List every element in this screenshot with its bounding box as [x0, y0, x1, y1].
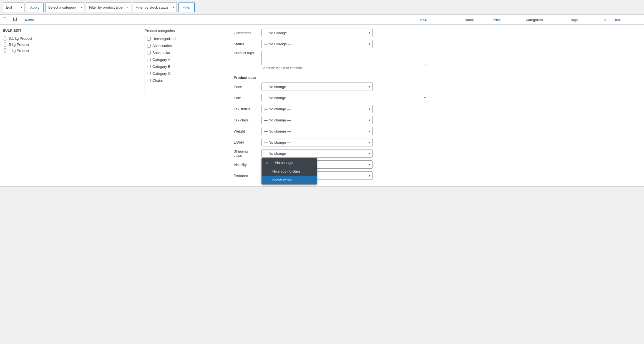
price-header-label[interactable]: Price: [492, 18, 500, 22]
categories-col-header: Categories: [526, 18, 570, 22]
name-header-label[interactable]: Name: [25, 18, 34, 22]
category-label-category-a: Category A: [152, 58, 170, 62]
shipping-class-select-wrap: — No change — ▾: [261, 149, 373, 158]
sale-label: Sale: [234, 96, 261, 100]
select-all-checkbox[interactable]: [3, 18, 6, 21]
star-col-header: ★: [603, 18, 613, 22]
price-label: Price: [234, 85, 261, 89]
tax-class-select[interactable]: — No change —: [261, 116, 373, 124]
visibility-control: — No change — ▾: [261, 160, 638, 169]
toolbar: Edit Delete ▾ Apply Select a category ▾ …: [0, 0, 644, 15]
category-checkbox-accessories[interactable]: [147, 44, 151, 48]
category-label-chairs: Chairs: [152, 78, 163, 83]
tax-status-row: Tax status — No change — ▾: [234, 105, 638, 113]
weight-row: Weight — No change — ▾: [234, 127, 638, 135]
featured-control: — No change — ▾: [261, 171, 638, 180]
weight-control: — No change — ▾: [261, 127, 638, 135]
tax-class-control: — No change — ▾: [261, 116, 638, 124]
sku-col-header: SKU: [420, 18, 465, 22]
date-header-label[interactable]: Date: [613, 18, 621, 22]
comments-control: — No Change — ▾: [261, 29, 638, 37]
category-item-chairs[interactable]: Chairs: [145, 77, 222, 84]
weight-select-wrap: — No change — ▾: [261, 127, 373, 135]
status-row: Status — No Change — ▾: [234, 40, 638, 48]
category-item-uncategorized[interactable]: Uncategorized: [145, 35, 222, 42]
img-col: 🖼: [13, 17, 25, 22]
lwh-label: L/W/H: [234, 140, 261, 144]
sale-select-wrap: — No change — ▾: [261, 94, 428, 102]
sale-row: Sale — No change — ▾: [234, 94, 638, 102]
divider-vertical: [139, 29, 139, 183]
remove-product-0[interactable]: ✕: [3, 36, 7, 41]
product-data-heading: Product data: [234, 76, 638, 80]
category-item-backpacks[interactable]: Backpacks: [145, 49, 222, 56]
tax-class-select-wrap: — No change — ▾: [261, 116, 373, 124]
table-header: 🖼 Name SKU Stock Price Categories Tags ★…: [0, 15, 644, 25]
select-all-col: [3, 18, 13, 22]
product-tags-row: Product tags Separate tags with commas: [234, 51, 638, 73]
tax-status-select-wrap: — No change — ▾: [261, 105, 373, 113]
category-item-category-b[interactable]: Category B: [145, 63, 222, 70]
category-checkbox-category-c[interactable]: [147, 72, 151, 75]
category-item-category-a[interactable]: Category A: [145, 56, 222, 63]
bulk-edit-title: BULK EDIT: [3, 29, 133, 33]
lwh-select[interactable]: — No change —: [261, 138, 373, 146]
stock-header-label: Stock: [465, 18, 474, 22]
comments-row: Comments — No Change — ▾: [234, 29, 638, 37]
price-control: — No change — ▾: [261, 83, 638, 91]
product-name-2: 1 kg Product: [9, 49, 29, 53]
action-select[interactable]: Edit Delete: [3, 2, 24, 12]
apply-button[interactable]: Apply: [26, 2, 44, 12]
checkmark-icon: ✓: [266, 161, 268, 165]
product-list: ✕ 0.1 kg Product ✕ 5 kg Product ✕ 1 kg P…: [3, 35, 133, 54]
stock-col-header: Stock: [465, 18, 492, 22]
category-list[interactable]: Uncategorized Accessories Backpacks Cate…: [145, 35, 222, 93]
dropdown-label-no-shipping-class: No shipping class: [272, 169, 301, 173]
list-item: ✕ 0.1 kg Product: [3, 35, 133, 41]
filter-button[interactable]: Filter: [178, 2, 195, 12]
category-item-category-c[interactable]: Category C: [145, 70, 222, 77]
comments-select-wrap: — No Change — ▾: [261, 29, 373, 37]
product-tags-label: Product tags: [234, 51, 261, 55]
sale-control: — No change — ▾: [261, 94, 638, 102]
bulk-edit-area: BULK EDIT ✕ 0.1 kg Product ✕ 5 kg Produc…: [0, 25, 644, 187]
weight-select[interactable]: — No change —: [261, 127, 373, 135]
lwh-row: L/W/H — No change — ▾: [234, 138, 638, 146]
product-tags-control: Separate tags with commas: [261, 51, 638, 73]
dropdown-item-no-shipping-class[interactable]: No shipping class: [262, 167, 317, 176]
featured-label: Featured: [234, 174, 261, 178]
tags-col-header: Tags: [570, 18, 603, 22]
comments-select[interactable]: — No Change —: [261, 29, 373, 37]
sku-header-label[interactable]: SKU: [420, 18, 427, 22]
categories-header-label: Categories: [526, 18, 543, 22]
star-icon: ★: [603, 18, 607, 22]
tax-status-select[interactable]: — No change —: [261, 105, 373, 113]
category-checkbox-backpacks[interactable]: [147, 51, 151, 54]
tax-status-control: — No change — ▾: [261, 105, 638, 113]
remove-product-1[interactable]: ✕: [3, 42, 7, 47]
category-checkbox-category-a[interactable]: [147, 58, 151, 61]
status-select[interactable]: — No Change —: [261, 40, 373, 48]
dropdown-item-no-change[interactable]: ✓ — No change —: [262, 158, 317, 167]
category-checkbox-category-b[interactable]: [147, 65, 151, 68]
category-select[interactable]: Select a category: [45, 2, 84, 12]
remove-product-2[interactable]: ✕: [3, 48, 7, 53]
category-label-accessories: Accessories: [152, 44, 172, 48]
sale-select[interactable]: — No change —: [261, 94, 428, 102]
bulk-edit-left: BULK EDIT ✕ 0.1 kg Product ✕ 5 kg Produc…: [3, 29, 136, 183]
shipping-class-select[interactable]: — No change —: [261, 149, 373, 158]
product-type-select[interactable]: Filter by product type: [86, 2, 131, 12]
product-tags-input[interactable]: [261, 51, 428, 65]
price-select-wrap: — No change — ▾: [261, 83, 373, 91]
price-select[interactable]: — No change —: [261, 83, 373, 91]
stock-status-select[interactable]: Filter by stock status: [133, 2, 177, 12]
category-checkbox-chairs[interactable]: [147, 79, 151, 82]
status-control: — No Change — ▾: [261, 40, 638, 48]
category-item-accessories[interactable]: Accessories: [145, 42, 222, 49]
right-panel: Comments — No Change — ▾ Status: [228, 29, 641, 183]
dropdown-label-heavy-items: heavy items: [272, 178, 291, 182]
comments-label: Comments: [234, 31, 261, 35]
shipping-class-dropdown: ✓ — No change — No shipping class heavy …: [261, 158, 317, 185]
category-checkbox-uncategorized[interactable]: [147, 37, 151, 41]
dropdown-item-heavy-items[interactable]: heavy items: [262, 176, 317, 184]
